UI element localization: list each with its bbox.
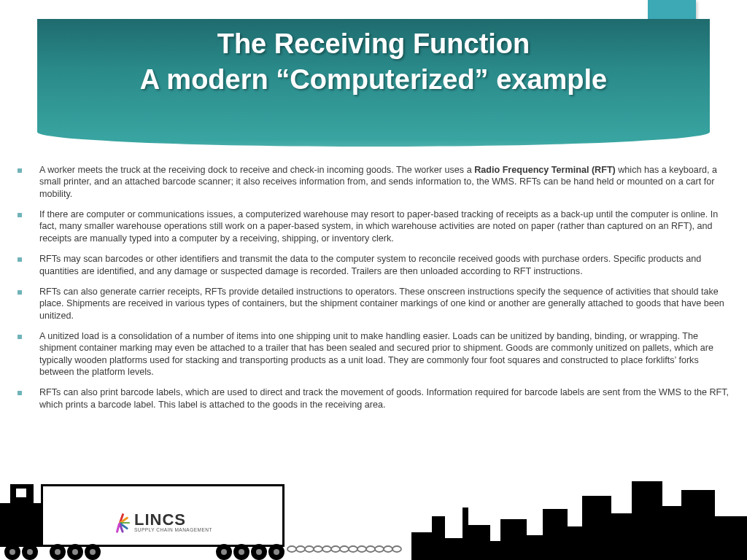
wheel-icon <box>233 544 249 560</box>
bullet-item: RFTs can also generate carrier receipts,… <box>15 286 729 322</box>
bullet-marker-icon <box>18 290 22 295</box>
svg-point-9 <box>366 546 375 552</box>
svg-point-8 <box>357 546 366 552</box>
bullet-item: A unitized load is a consolidation of a … <box>15 330 729 378</box>
wheel-icon <box>22 544 38 560</box>
bullet-text: RFTs may scan barcodes or other identifi… <box>39 253 729 277</box>
body-content: A worker meets the truck at the receivin… <box>15 164 729 419</box>
logo-main-text: LINCS <box>134 512 212 528</box>
lincs-logo: LINCS SUPPLY CHAIN MANAGEMENT <box>109 512 226 533</box>
svg-point-0 <box>287 546 296 552</box>
city-skyline <box>411 472 747 560</box>
bullet-marker-icon <box>18 168 22 173</box>
svg-point-1 <box>296 546 305 552</box>
chain-graphic <box>286 544 410 554</box>
bullet-text: RFTs can also generate carrier receipts,… <box>39 286 729 322</box>
title-banner: The Receiving Function A modern “Compute… <box>37 19 710 147</box>
bullet-text: RFTs can also print barcode labels, whic… <box>39 386 729 411</box>
svg-point-3 <box>314 546 322 552</box>
bullet-marker-icon <box>18 213 22 217</box>
bullet-item: RFTs may scan barcodes or other identifi… <box>15 253 729 277</box>
svg-point-7 <box>349 546 357 552</box>
wheel-icon <box>67 544 83 560</box>
truck-cab <box>0 503 41 547</box>
wheel-icon <box>251 544 267 560</box>
svg-point-4 <box>322 546 331 552</box>
wheel-icon <box>268 544 285 560</box>
bullet-item: RFTs can also print barcode labels, whic… <box>15 386 729 411</box>
svg-point-10 <box>375 546 384 552</box>
logo-burst-icon <box>109 512 130 532</box>
wheel-icon <box>50 544 66 560</box>
svg-point-12 <box>392 546 401 552</box>
svg-point-5 <box>331 546 340 552</box>
bullet-marker-icon <box>18 257 22 262</box>
bullet-text: If there are computer or communications … <box>39 209 729 244</box>
title-line-2: A modern “Computerized” example <box>37 62 710 98</box>
bullet-marker-icon <box>18 391 22 395</box>
svg-point-2 <box>305 546 314 552</box>
wheel-icon <box>216 544 232 560</box>
bullet-item: If there are computer or communications … <box>15 209 729 244</box>
svg-point-11 <box>384 546 392 552</box>
bullet-item: A worker meets the truck at the receivin… <box>15 164 729 200</box>
logo-sub-text: SUPPLY CHAIN MANAGEMENT <box>134 528 212 533</box>
slide-title: The Receiving Function A modern “Compute… <box>37 26 710 98</box>
bullet-text: A worker meets the truck at the receivin… <box>39 164 729 200</box>
bullet-text: A unitized load is a consolidation of a … <box>39 330 729 378</box>
wheel-icon <box>4 544 20 560</box>
svg-point-6 <box>340 546 349 552</box>
title-line-1: The Receiving Function <box>37 26 710 62</box>
wheel-icon <box>85 544 101 560</box>
footer-graphics: LINCS SUPPLY CHAIN MANAGEMENT <box>0 472 747 560</box>
bullet-marker-icon <box>18 335 22 339</box>
